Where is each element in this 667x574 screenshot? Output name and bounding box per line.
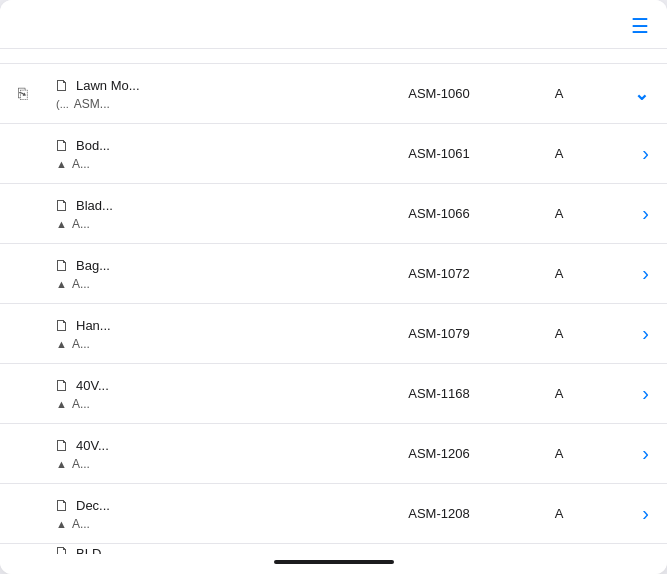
item-sub-line: (...ASM... (56, 97, 194, 111)
item-name: Bag... (76, 258, 110, 273)
item-name: 40V... (76, 438, 109, 453)
item-sub-name: A... (72, 457, 90, 471)
expand-collapse-icon[interactable]: ⎘ (18, 85, 28, 102)
part-number: ASM-1206 (369, 446, 509, 461)
item-sub-name: ASM... (74, 97, 110, 111)
triangle-icon: ▲ (56, 398, 67, 410)
header: ☰ (0, 0, 667, 49)
document-icon: 🗋 (54, 197, 70, 215)
triangle-icon: ▲ (56, 458, 67, 470)
document-icon: 🗋 (54, 77, 70, 95)
item-sub-line: ▲A... (56, 457, 194, 471)
chevron-right-icon[interactable]: › (609, 142, 649, 165)
table-row: 🗋40V...▲A...ASM-1168A› (0, 364, 667, 424)
column-headers (0, 49, 667, 64)
item-cell: 🗋Blad...▲A... (54, 197, 194, 231)
item-name: Bod... (76, 138, 110, 153)
item-sub-line: ▲A... (56, 517, 194, 531)
chevron-right-icon[interactable]: › (609, 322, 649, 345)
item-sub-name: A... (72, 517, 90, 531)
item-sub-name: A... (72, 397, 90, 411)
item-cell: 🗋Dec...▲A... (54, 497, 194, 531)
triangle-icon: ▲ (56, 218, 67, 230)
item-cell: 🗋Bod...▲A... (54, 137, 194, 171)
item-name: 40V... (76, 378, 109, 393)
revision-value: A (509, 146, 609, 161)
part-number: ASM-1066 (369, 206, 509, 221)
table-row: 🗋Dec...▲A...ASM-1208A› (0, 484, 667, 544)
chevron-right-icon[interactable]: › (609, 262, 649, 285)
chevron-right-icon[interactable]: › (609, 442, 649, 465)
part-number: ASM-1079 (369, 326, 509, 341)
part-number: ASM-1168 (369, 386, 509, 401)
item-cell: 🗋40V...▲A... (54, 377, 194, 411)
chevron-right-icon[interactable]: › (609, 202, 649, 225)
revision-value: A (509, 386, 609, 401)
item-main-line: 🗋Han... (54, 317, 194, 335)
chevron-right-icon[interactable]: › (609, 382, 649, 405)
table-row: ⎘🗋Lawn Mo...(...ASM...ASM-1060A⌄ (0, 64, 667, 124)
item-cell: 🗋Han...▲A... (54, 317, 194, 351)
revision-value: A (509, 326, 609, 341)
home-indicator (274, 560, 394, 564)
item-main-line: 🗋Blad... (54, 197, 194, 215)
item-name: Lawn Mo... (76, 78, 140, 93)
app-container: ☰ ⎘🗋Lawn Mo...(...ASM...ASM-1060A⌄🗋Bod..… (0, 0, 667, 574)
item-main-line: 🗋40V... (54, 377, 194, 395)
table-row: 🗋Han...▲A...ASM-1079A› (0, 304, 667, 364)
document-icon: 🗋 (54, 437, 70, 455)
item-cell: 🗋40V...▲A... (54, 437, 194, 471)
table-body: ⎘🗋Lawn Mo...(...ASM...ASM-1060A⌄🗋Bod...▲… (0, 64, 667, 554)
part-number: ASM-1060 (369, 86, 509, 101)
bottom-bar (0, 554, 667, 574)
document-icon: 🗋 (54, 497, 70, 515)
document-icon: 🗋 (54, 544, 70, 554)
item-sub-name: A... (72, 277, 90, 291)
item-sub-name: A... (72, 217, 90, 231)
item-name: Dec... (76, 498, 110, 513)
triangle-icon: ▲ (56, 338, 67, 350)
item-main-line: 🗋Bod... (54, 137, 194, 155)
item-main-line: 🗋Dec... (54, 497, 194, 515)
table-row: 🗋Bod...▲A...ASM-1061A› (0, 124, 667, 184)
item-name: Han... (76, 318, 111, 333)
item-name: Blad... (76, 198, 113, 213)
revision-value: A (509, 506, 609, 521)
document-icon: 🗋 (54, 377, 70, 395)
document-icon: 🗋 (54, 257, 70, 275)
item-main-line: 🗋Lawn Mo... (54, 77, 194, 95)
table-row: 🗋Blad...▲A...ASM-1066A› (0, 184, 667, 244)
menu-icon[interactable]: ☰ (631, 14, 649, 38)
item-sub-line: ▲A... (56, 157, 194, 171)
item-sub-line: ▲A... (56, 277, 194, 291)
chevron-down-icon[interactable]: ⌄ (609, 83, 649, 105)
item-sub-line: ▲A... (56, 397, 194, 411)
part-number: ASM-1072 (369, 266, 509, 281)
item-sub-name: A... (72, 337, 90, 351)
item-name: BLD... (76, 546, 112, 555)
item-main-line: 🗋40V... (54, 437, 194, 455)
revision-value: A (509, 206, 609, 221)
revision-value: A (509, 86, 609, 101)
part-number: ASM-1208 (369, 506, 509, 521)
triangle-icon: ▲ (56, 278, 67, 290)
item-cell: 🗋Lawn Mo...(...ASM... (54, 77, 194, 111)
expand-cell: ⎘ (18, 85, 54, 103)
triangle-icon: (... (56, 98, 69, 110)
revision-value: A (509, 266, 609, 281)
table-row: 🗋40V...▲A...ASM-1206A› (0, 424, 667, 484)
revision-value: A (509, 446, 609, 461)
document-icon: 🗋 (54, 137, 70, 155)
item-cell: 🗋Bag...▲A... (54, 257, 194, 291)
item-sub-line: ▲A... (56, 337, 194, 351)
table-row: 🗋Bag...▲A...ASM-1072A› (0, 244, 667, 304)
item-sub-line: ▲A... (56, 217, 194, 231)
document-icon: 🗋 (54, 317, 70, 335)
triangle-icon: ▲ (56, 158, 67, 170)
table-row: 🗋BLD...▲A... (0, 544, 667, 554)
item-sub-name: A... (72, 157, 90, 171)
item-cell: 🗋BLD...▲A... (54, 544, 194, 554)
item-main-line: 🗋Bag... (54, 257, 194, 275)
item-main-line: 🗋BLD... (54, 544, 194, 554)
chevron-right-icon[interactable]: › (609, 502, 649, 525)
